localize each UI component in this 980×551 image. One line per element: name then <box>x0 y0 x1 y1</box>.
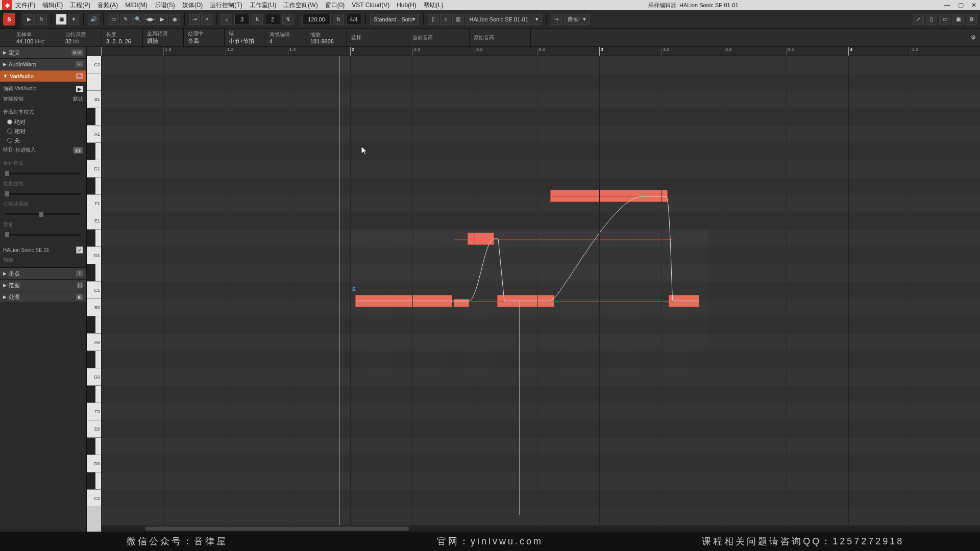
menu-transport[interactable]: 运行控制(T) <box>210 1 242 10</box>
ruler-mark[interactable]: 4.2 <box>911 47 919 56</box>
tool-zoom-icon[interactable]: 🔍 <box>132 14 143 25</box>
section-range[interactable]: ▶范围|·| <box>0 280 86 291</box>
piano-key[interactable]: D1 <box>87 247 101 264</box>
piano-key[interactable]: G0 <box>87 368 101 386</box>
piano-key[interactable] <box>87 472 101 490</box>
spinner-icon[interactable]: ⇅ <box>282 14 293 25</box>
piano-key[interactable] <box>87 178 101 195</box>
loop-icon[interactable]: ↻ <box>36 14 47 25</box>
piano-key[interactable]: A1 <box>87 126 101 143</box>
ruler-mark[interactable]: 2.4 <box>537 47 545 56</box>
dropdown-icon[interactable]: ▾ <box>68 14 79 25</box>
maximize-icon[interactable]: ▢ <box>957 2 965 9</box>
piano-key[interactable]: E0 <box>87 420 101 438</box>
menu-audio[interactable]: 音频(A) <box>97 1 118 10</box>
edit-variaudio-row[interactable]: 编辑 VariAudio ▶ <box>3 84 83 94</box>
straighten-slider[interactable] <box>3 189 83 199</box>
range-icon[interactable]: |·| <box>77 282 83 288</box>
spinner-icon[interactable]: ⇅ <box>333 14 344 25</box>
section-definition[interactable]: ▶定义ᴍ·ᴍ <box>0 47 86 58</box>
audio-segment[interactable] <box>355 295 452 307</box>
piano-key[interactable]: G1 <box>87 160 101 178</box>
piano-key[interactable] <box>87 73 101 91</box>
volume-slider[interactable] <box>3 230 83 240</box>
piano-key[interactable]: C1 <box>87 282 101 299</box>
menu-hub[interactable]: Hub(H) <box>397 2 416 9</box>
length-value[interactable]: 2 <box>265 14 280 25</box>
ruler-mark[interactable]: 2 <box>350 47 354 56</box>
piano-key[interactable] <box>87 438 101 455</box>
piano-key[interactable]: F1 <box>87 195 101 212</box>
audio-segment[interactable] <box>550 190 668 202</box>
tool-scrub-icon[interactable]: ◀▶ <box>144 14 156 25</box>
instrument-row[interactable]: HALion Sonic SE 01 ✓ <box>3 245 83 255</box>
snap-zero-icon[interactable]: ⤬ <box>201 14 212 25</box>
piano-key[interactable]: C2 <box>87 56 101 73</box>
tool-warp-icon[interactable]: ◉ <box>169 14 180 25</box>
quantize-pitch-slider[interactable] <box>3 168 83 179</box>
piano-key[interactable]: E1 <box>87 212 101 230</box>
play-icon[interactable]: ▶ <box>23 14 35 25</box>
algorithm-select[interactable]: Standard - Solo▾ <box>370 14 419 25</box>
grid-area[interactable]: S <box>101 56 980 532</box>
function-row[interactable]: 功能 <box>3 255 83 265</box>
gear-icon[interactable]: ⚙ <box>971 34 976 41</box>
vari-play-icon[interactable]: ▶ <box>76 86 83 92</box>
menu-project[interactable]: 工程(P) <box>70 1 90 10</box>
piano-key[interactable]: A0 <box>87 334 101 351</box>
ruler-mark[interactable] <box>101 47 103 56</box>
mode-icon[interactable]: ᴍ·ᴍ <box>71 49 83 56</box>
menu-edit[interactable]: 编辑(E) <box>42 1 63 10</box>
ruler-mark[interactable]: 3.3 <box>724 47 732 56</box>
spinner-icon[interactable]: ⇅ <box>252 14 263 25</box>
layout4-icon[interactable]: ▣ <box>952 14 964 25</box>
menu-midi[interactable]: MIDI(M) <box>125 2 147 9</box>
piano-key[interactable] <box>87 108 101 126</box>
window-split2-icon[interactable]: ≡ <box>440 14 451 25</box>
layout-icon[interactable]: ⤢ <box>913 14 924 25</box>
h-scroll-thumb[interactable] <box>145 527 409 531</box>
ruler-mark[interactable]: 1.3 <box>226 47 234 56</box>
locator-line[interactable] <box>339 56 340 532</box>
midi-step-icon[interactable]: ▮▮ <box>73 147 83 154</box>
radio-off[interactable]: 关 <box>3 136 83 145</box>
piano-key[interactable] <box>87 230 101 247</box>
audio-segment[interactable] <box>497 295 554 307</box>
close-icon[interactable]: ✕ <box>970 2 978 9</box>
menu-help[interactable]: 帮助(L) <box>424 1 444 10</box>
menu-media[interactable]: 媒体(D) <box>182 1 203 10</box>
h-scrollbar[interactable] <box>101 525 980 532</box>
midi-step-row[interactable]: MIDI 步进输入 ▮▮ <box>3 145 83 155</box>
smart-control-row[interactable]: 智能控制 默认 <box>3 94 83 104</box>
time-ruler[interactable]: 1.21.31.422.22.32.433.23.33.444.2 <box>101 47 980 56</box>
ruler-mark[interactable]: 3 <box>599 47 603 56</box>
section-variaudio[interactable]: ▼VariAudio✎ <box>0 70 86 82</box>
ruler-mark[interactable]: 3.2 <box>662 47 670 56</box>
piano-key[interactable]: D0 <box>87 455 101 472</box>
tempo-value[interactable]: 120.00 <box>302 14 331 25</box>
menu-score[interactable]: 乐谱(S) <box>155 1 175 10</box>
formant-slider[interactable] <box>3 209 83 219</box>
process-icon[interactable]: ◐ <box>76 294 83 300</box>
piano-key[interactable] <box>87 143 101 160</box>
menu-window[interactable]: 窗口(0) <box>325 1 345 10</box>
section-audiowarp[interactable]: ▶AudioWarp››› <box>0 59 86 70</box>
ruler-mark[interactable]: 1.4 <box>288 47 296 56</box>
layout2-icon[interactable]: ▯ <box>926 14 937 25</box>
piano-key[interactable]: B0 <box>87 299 101 316</box>
section-hitpoints[interactable]: ▶击点⊤ <box>0 268 86 279</box>
audio-segment[interactable] <box>454 299 469 307</box>
smart-value[interactable]: 默认 <box>73 95 83 103</box>
piano-key[interactable] <box>87 316 101 334</box>
menu-workspace[interactable]: 工作空间(W) <box>283 1 317 10</box>
audio-segment[interactable] <box>468 233 494 245</box>
window-split1-icon[interactable]: ▯ <box>428 14 439 25</box>
menu-file[interactable]: 文件(F) <box>15 1 35 10</box>
piano-key[interactable]: C0 <box>87 490 101 507</box>
piano-key[interactable]: B1 <box>87 91 101 108</box>
settings-icon[interactable]: ⚙ <box>966 14 977 25</box>
menu-vstcloud[interactable]: VST Cloud(V) <box>352 2 389 9</box>
menu-studio[interactable]: 工作室(U) <box>250 1 277 10</box>
piano-keyboard[interactable]: C2B1A1G1F1E1D1C1B0A0G0F0E0D0C0 <box>87 56 101 532</box>
piano-key[interactable] <box>87 351 101 368</box>
